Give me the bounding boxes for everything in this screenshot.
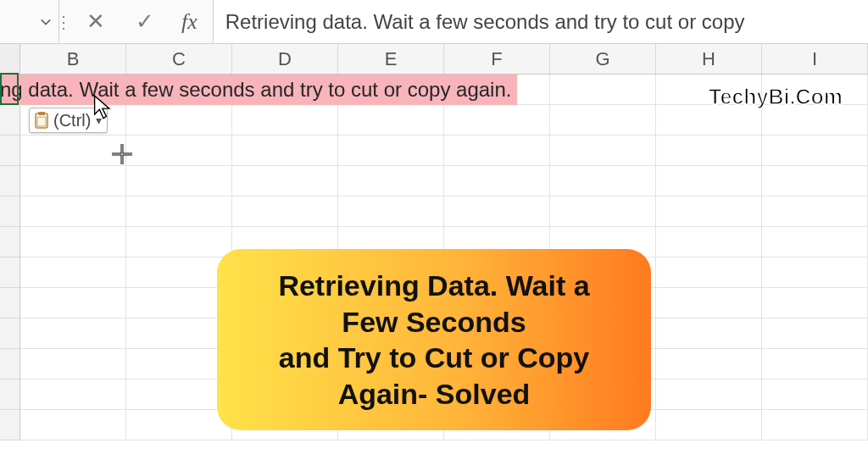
- cell[interactable]: [762, 410, 868, 440]
- cell[interactable]: [338, 197, 444, 227]
- cell[interactable]: [656, 197, 762, 227]
- cell[interactable]: [762, 349, 868, 379]
- cell[interactable]: [656, 410, 762, 440]
- cell[interactable]: [20, 410, 126, 440]
- cell[interactable]: [126, 166, 232, 197]
- accept-icon[interactable]: ✓: [132, 9, 158, 35]
- cell[interactable]: [444, 166, 550, 197]
- cell[interactable]: [762, 105, 868, 136]
- cell[interactable]: [232, 166, 338, 197]
- grid-row: [0, 136, 868, 166]
- column-headers: B C D E F G H I: [0, 44, 868, 75]
- cell[interactable]: [656, 227, 762, 257]
- grid-row: [0, 197, 868, 227]
- column-header[interactable]: B: [20, 44, 126, 74]
- cell[interactable]: [762, 136, 868, 166]
- cell[interactable]: [20, 318, 126, 349]
- cell[interactable]: [762, 379, 868, 410]
- banner-line-1: Retrieving Data. Wait a Few Seconds: [278, 269, 589, 338]
- grid-row: [0, 166, 868, 197]
- cell[interactable]: [444, 105, 550, 136]
- cell[interactable]: [20, 166, 126, 197]
- cell[interactable]: [656, 257, 762, 288]
- cell[interactable]: [232, 105, 338, 136]
- cell[interactable]: [232, 136, 338, 166]
- cell[interactable]: [444, 136, 550, 166]
- cell[interactable]: [338, 136, 444, 166]
- cell[interactable]: [444, 197, 550, 227]
- cell[interactable]: [126, 197, 232, 227]
- cell[interactable]: [232, 197, 338, 227]
- column-header[interactable]: D: [232, 44, 338, 74]
- separator-icon: ⋮: [59, 0, 68, 43]
- formula-controls: ✕ ✓ fx: [68, 0, 214, 43]
- column-header[interactable]: C: [126, 44, 232, 74]
- svg-rect-2: [37, 117, 46, 126]
- watermark-text: TechyBi.Com: [709, 85, 843, 109]
- clipboard-icon: [33, 111, 50, 130]
- name-box[interactable]: [0, 0, 59, 43]
- row-header[interactable]: [0, 410, 20, 440]
- cell[interactable]: [126, 410, 232, 440]
- row-header[interactable]: [0, 136, 20, 166]
- cell[interactable]: [762, 288, 868, 318]
- cell[interactable]: [656, 349, 762, 379]
- cell[interactable]: [550, 166, 656, 197]
- cell[interactable]: [656, 166, 762, 197]
- cell[interactable]: [762, 197, 868, 227]
- cell[interactable]: [656, 288, 762, 318]
- row-header[interactable]: [0, 197, 20, 227]
- cell[interactable]: [762, 257, 868, 288]
- cell[interactable]: [126, 136, 232, 166]
- cell[interactable]: [126, 227, 232, 257]
- cell[interactable]: [126, 105, 232, 136]
- cell[interactable]: [338, 166, 444, 197]
- row-header[interactable]: [0, 227, 20, 257]
- cell[interactable]: [20, 288, 126, 318]
- highlighted-cell-text: ng data. Wait a few seconds and try to c…: [0, 75, 517, 105]
- select-all-corner[interactable]: [0, 44, 20, 74]
- row-header[interactable]: [0, 166, 20, 197]
- row-header[interactable]: [0, 105, 20, 136]
- row-header[interactable]: [0, 349, 20, 379]
- column-header[interactable]: G: [550, 44, 656, 74]
- row-header[interactable]: [0, 288, 20, 318]
- cell[interactable]: [550, 136, 656, 166]
- row-header[interactable]: [0, 318, 20, 349]
- cell[interactable]: [656, 318, 762, 349]
- formula-input[interactable]: [214, 0, 868, 43]
- cell[interactable]: [20, 379, 126, 410]
- cell[interactable]: [338, 105, 444, 136]
- cell[interactable]: [762, 166, 868, 197]
- fx-icon[interactable]: fx: [181, 9, 198, 35]
- column-header[interactable]: E: [338, 44, 444, 74]
- column-header[interactable]: H: [656, 44, 762, 74]
- formula-bar: ⋮ ✕ ✓ fx: [0, 0, 868, 44]
- paste-options-tag[interactable]: (Ctrl) ▾: [29, 108, 108, 133]
- cell[interactable]: [762, 318, 868, 349]
- paste-tag-label: (Ctrl): [53, 111, 91, 130]
- cell[interactable]: [20, 349, 126, 379]
- row-header[interactable]: [0, 257, 20, 288]
- cell[interactable]: [762, 227, 868, 257]
- cell[interactable]: [656, 379, 762, 410]
- cell[interactable]: [550, 75, 656, 105]
- cell[interactable]: [656, 105, 762, 136]
- cell[interactable]: [20, 257, 126, 288]
- svg-rect-1: [38, 112, 45, 115]
- row-header[interactable]: [0, 379, 20, 410]
- title-banner: Retrieving Data. Wait a Few Seconds and …: [217, 249, 651, 430]
- cell[interactable]: [20, 227, 126, 257]
- cell[interactable]: [20, 197, 126, 227]
- chevron-down-icon: ▾: [96, 114, 102, 127]
- cell[interactable]: [550, 105, 656, 136]
- cell[interactable]: [20, 136, 126, 166]
- column-header[interactable]: F: [444, 44, 550, 74]
- cancel-icon[interactable]: ✕: [83, 9, 108, 35]
- grid-row: [0, 105, 868, 136]
- banner-line-2: and Try to Cut or Copy Again- Solved: [279, 341, 589, 410]
- column-header[interactable]: I: [762, 44, 868, 74]
- cell[interactable]: [550, 197, 656, 227]
- cell[interactable]: [656, 136, 762, 166]
- chevron-down-icon: [40, 16, 52, 28]
